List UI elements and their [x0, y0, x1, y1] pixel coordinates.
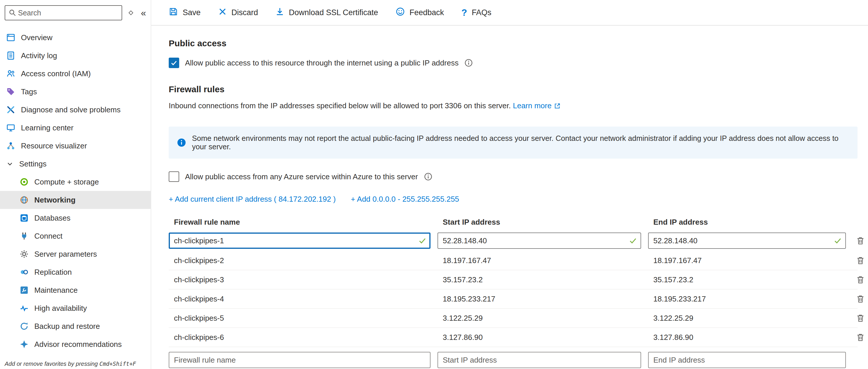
diamond-icon[interactable]	[126, 8, 135, 18]
sidebar-item-compute-storage[interactable]: Compute + storage	[0, 173, 151, 191]
favorites-hint-text: Add or remove favorites by pressing	[5, 361, 99, 367]
firewall-table-header: Firewall rule name Start IP address End …	[169, 218, 858, 227]
firewall-rule-row: ch-clickpipes-53.122.25.293.122.25.29	[169, 309, 858, 328]
sidebar-item-high-availability[interactable]: High availability	[0, 299, 151, 317]
valid-check-icon	[834, 237, 842, 245]
rule-name-input[interactable]	[169, 233, 431, 249]
learning-center-icon	[6, 123, 16, 132]
faqs-label: FAQs	[472, 8, 492, 17]
delete-rule-button[interactable]	[853, 272, 868, 287]
end-ip-cell: 35.157.23.2	[648, 275, 846, 284]
firewall-rule-row: ch-clickpipes-63.127.86.903.127.86.90	[169, 328, 858, 347]
search-input[interactable]	[16, 9, 122, 17]
add-all-ips-link[interactable]: + Add 0.0.0.0 - 255.255.255.255	[351, 195, 459, 204]
start-ip-cell: 3.122.25.29	[437, 314, 641, 323]
faqs-button[interactable]: ? FAQs	[461, 7, 491, 18]
delete-rule-button[interactable]	[853, 253, 868, 268]
sidebar-item-label: Diagnose and solve problems	[21, 105, 121, 114]
sidebar-item-label: Databases	[34, 214, 70, 223]
sidebar-item-backup-and-restore[interactable]: Backup and restore	[0, 317, 151, 335]
azure-access-label: Allow public access from any Azure servi…	[185, 172, 418, 181]
sidebar-item-replication[interactable]: Replication	[0, 263, 151, 281]
learn-more-link[interactable]: Learn more	[513, 101, 561, 110]
column-header-rule-name: Firewall rule name	[169, 218, 431, 227]
end-ip-cell: 3.122.25.29	[648, 314, 846, 323]
new-end-ip-input[interactable]	[648, 352, 846, 368]
sidebar-item-resource-visualizer[interactable]: Resource visualizer	[0, 137, 151, 155]
resource-visualizer-icon	[6, 141, 16, 150]
sidebar-item-settings[interactable]: Settings	[0, 155, 151, 173]
sidebar-item-activity-log[interactable]: Activity log	[0, 47, 151, 65]
firewall-rule-row: ch-clickpipes-218.197.167.4718.197.167.4…	[169, 251, 858, 270]
sidebar-item-access-control-iam[interactable]: Access control (IAM)	[0, 65, 151, 83]
download-ssl-button[interactable]: Download SSL Certificate	[276, 7, 378, 18]
networking-icon	[19, 195, 29, 205]
sidebar-item-label: Settings	[19, 159, 46, 168]
databases-icon	[19, 213, 29, 223]
start-ip-input[interactable]	[437, 233, 641, 249]
sidebar-item-networking[interactable]: Networking	[0, 191, 151, 209]
info-icon[interactable]	[424, 172, 433, 181]
sidebar-item-overview[interactable]: Overview	[0, 29, 151, 47]
high-availability-icon	[19, 304, 29, 313]
firewall-rules-heading: Firewall rules	[169, 84, 858, 94]
delete-rule-button[interactable]	[853, 330, 868, 345]
public-access-checkbox[interactable]	[169, 58, 179, 68]
firewall-rows: ch-clickpipes-218.197.167.4718.197.167.4…	[169, 251, 858, 347]
sidebar-item-label: Server parameters	[34, 250, 97, 259]
feedback-smiley-icon	[396, 7, 405, 18]
info-icon[interactable]	[464, 59, 473, 67]
new-end-ip-cell	[648, 352, 846, 368]
sidebar-item-label: Advisor recommendations	[34, 340, 122, 349]
new-rule-name-input[interactable]	[169, 352, 431, 368]
sidebar-item-maintenance[interactable]: Maintenance	[0, 281, 151, 299]
connect-icon	[19, 232, 29, 241]
sidebar-item-connect[interactable]: Connect	[0, 227, 151, 245]
sidebar-item-server-parameters[interactable]: Server parameters	[0, 245, 151, 263]
end-ip-cell: 18.195.233.217	[648, 295, 846, 304]
azure-access-checkbox[interactable]	[169, 172, 179, 182]
collapse-sidebar-button[interactable]: «	[140, 7, 147, 19]
discard-label: Discard	[231, 8, 258, 17]
feedback-button[interactable]: Feedback	[396, 7, 444, 18]
sidebar: « OverviewActivity logAccess control (IA…	[0, 0, 151, 369]
info-filled-icon	[177, 138, 186, 147]
delete-rule-button[interactable]	[853, 291, 868, 306]
firewall-description-text: Inbound connections from the IP addresse…	[169, 101, 511, 110]
add-client-ip-link[interactable]: + Add current client IP address ( 84.172…	[169, 195, 336, 204]
valid-check-icon	[629, 237, 637, 245]
sidebar-item-databases[interactable]: Databases	[0, 209, 151, 227]
sidebar-item-learning-center[interactable]: Learning center	[0, 119, 151, 137]
sidebar-item-advisor-recommendations[interactable]: Advisor recommendations	[0, 335, 151, 353]
azure-networking-page: « OverviewActivity logAccess control (IA…	[0, 0, 868, 369]
end-ip-cell: 18.197.167.47	[648, 256, 846, 265]
search-icon	[5, 9, 16, 17]
delete-rule-button[interactable]	[853, 233, 868, 248]
new-start-ip-cell	[437, 352, 641, 368]
overview-icon	[6, 33, 16, 42]
start-ip-cell	[437, 233, 641, 249]
delete-rule-button[interactable]	[853, 310, 868, 326]
column-header-end-ip: End IP address	[648, 218, 846, 227]
firewall-rule-row: ch-clickpipes-418.195.233.21718.195.233.…	[169, 289, 858, 309]
search-box	[5, 5, 122, 20]
firewall-rule-row: ch-clickpipes-335.157.23.235.157.23.2	[169, 270, 858, 289]
sidebar-item-label: Activity log	[21, 51, 57, 60]
new-start-ip-input[interactable]	[437, 352, 641, 368]
sidebar-item-diagnose-and-solve-problems[interactable]: Diagnose and solve problems	[0, 101, 151, 119]
main-area: Save Discard Download SSL Certificate Fe…	[151, 0, 868, 369]
backup-restore-icon	[19, 321, 29, 331]
rule-name-cell	[169, 233, 431, 249]
rule-name-cell: ch-clickpipes-4	[169, 295, 431, 304]
public-access-label: Allow public access to this resource thr…	[185, 59, 459, 67]
save-button[interactable]: Save	[169, 7, 201, 18]
sidebar-item-tags[interactable]: Tags	[0, 83, 151, 101]
sidebar-items: OverviewActivity logAccess control (IAM)…	[0, 26, 151, 353]
tags-icon	[6, 87, 16, 96]
end-ip-input[interactable]	[648, 233, 846, 249]
end-ip-cell: 3.127.86.90	[648, 333, 846, 342]
download-ssl-label: Download SSL Certificate	[289, 8, 378, 17]
discard-button[interactable]: Discard	[218, 7, 258, 18]
access-control-icon	[6, 69, 16, 78]
azure-access-row: Allow public access from any Azure servi…	[169, 172, 858, 182]
